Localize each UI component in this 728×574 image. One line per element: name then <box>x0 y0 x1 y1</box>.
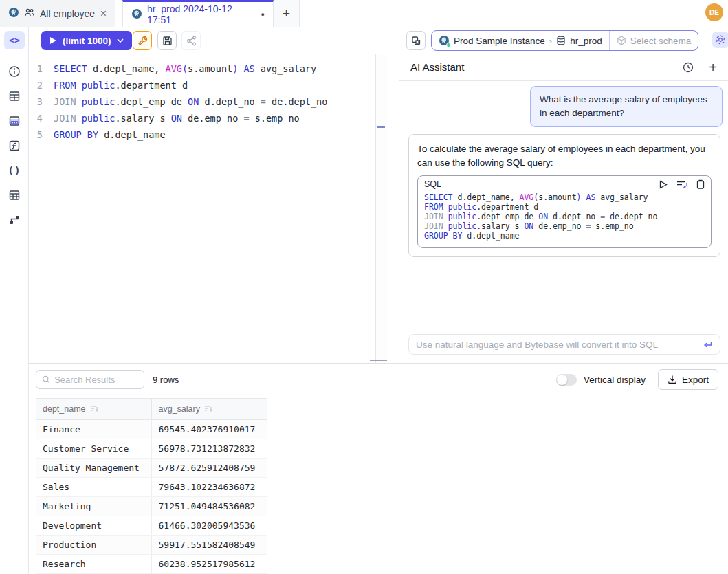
ai-sql-block: SQL SELECT d.dept_name, AVG(s.amount) <box>417 175 712 248</box>
info-icon[interactable] <box>0 59 29 84</box>
schema-selector[interactable]: Select schema <box>609 31 698 50</box>
batch-icon <box>411 36 421 46</box>
table-cell: 61466.302005943536 <box>151 516 267 535</box>
ai-panel-header: AI Assistant + <box>399 54 728 81</box>
table-cell: Finance <box>36 419 151 439</box>
code-line: FROM public.department d <box>424 202 705 212</box>
batch-query-button[interactable] <box>406 31 426 50</box>
search-icon <box>42 375 50 384</box>
sql-block-label: SQL <box>424 179 441 189</box>
table-row[interactable]: Finance69545.402376910017 <box>36 419 267 439</box>
table-cell: Development <box>36 516 151 535</box>
column-header-dept_name[interactable]: dept_name <box>36 399 151 419</box>
editor-toolbar: (limit 1000) Prod Sample Instance › <box>29 27 728 54</box>
ai-response: To calculate the average salary of emplo… <box>408 134 720 257</box>
code-line: 4JOIN public.salary s ON de.emp_no = s.e… <box>29 110 327 126</box>
breadcrumb-separator: › <box>549 36 552 46</box>
sql-editor-app: All employee × hr_prod 2024-10-12 17:51 … <box>0 0 728 574</box>
vertical-display-toggle[interactable] <box>556 374 577 386</box>
table-row[interactable]: Development61466.302005943536 <box>36 516 267 535</box>
connected-status-dot <box>446 43 451 47</box>
tab-hr-prod[interactable]: hr_prod 2024-10-12 17:51 ● <box>122 0 274 27</box>
code-line: JOIN public.dept_emp de ON d.dept_no = d… <box>424 212 705 221</box>
code-line: 5GROUP BY d.dept_name <box>29 126 327 143</box>
table-cell: 79643.102234636872 <box>151 477 267 496</box>
copy-icon[interactable] <box>696 179 705 189</box>
share-icon <box>186 36 197 46</box>
ai-assistant-button[interactable] <box>712 32 728 48</box>
user-message: What is the average salary of employees … <box>530 86 723 127</box>
horizontal-resize-handle[interactable] <box>370 357 387 361</box>
table-cell: Production <box>36 535 151 554</box>
table-cell: Customer Service <box>36 439 151 458</box>
wrench-icon <box>137 36 148 46</box>
share-button[interactable] <box>181 31 201 50</box>
play-icon <box>49 36 57 45</box>
nl2sql-input[interactable] <box>416 340 703 350</box>
code-line: 1SELECT d.dept_name, AVG(s.amount) AS av… <box>29 60 327 77</box>
table-row[interactable]: Production59917.551582408549 <box>36 535 267 554</box>
editor-scrollbar[interactable] <box>375 54 387 363</box>
save-icon <box>162 36 173 46</box>
run-query-button[interactable]: (limit 1000) <box>41 31 132 50</box>
table-row[interactable]: Quality Management57872.625912408759 <box>36 458 267 477</box>
table-icon[interactable] <box>0 84 29 109</box>
ai-sql-code: SELECT d.dept_name, AVG(s.amount) AS avg… <box>418 190 711 247</box>
database-name: hr_prod <box>570 36 602 46</box>
tab-label: All employee <box>40 8 95 19</box>
tab-bar: All employee × hr_prod 2024-10-12 17:51 … <box>0 0 728 27</box>
table-row[interactable]: Marketing71251.049484536082 <box>36 496 267 516</box>
results-table: dept_nameavg_salary Finance69545.4023769… <box>36 398 267 574</box>
table-cell: Quality Management <box>36 458 151 477</box>
code-line: GROUP BY d.dept_name <box>424 231 705 241</box>
unsaved-dot-icon: ● <box>261 11 265 18</box>
external-table-icon[interactable] <box>0 183 29 208</box>
table-cell: Marketing <box>36 496 151 516</box>
code-line: JOIN public.salary s ON de.emp_no = s.em… <box>424 221 705 231</box>
close-icon[interactable]: × <box>100 8 107 19</box>
history-clock-icon[interactable] <box>683 62 694 73</box>
row-count: 9 rows <box>153 375 179 385</box>
insert-into-editor-button[interactable] <box>676 180 687 189</box>
table-cell: 60238.952517985612 <box>151 554 267 573</box>
chevron-down-icon <box>117 38 124 43</box>
function-icon[interactable] <box>0 133 29 158</box>
export-button[interactable]: Export <box>658 369 718 390</box>
results-toolbar: 9 rows Vertical display Export <box>29 364 728 395</box>
sql-editor[interactable]: 1SELECT d.dept_name, AVG(s.amount) AS av… <box>29 54 387 363</box>
submit-enter-icon[interactable] <box>703 340 713 349</box>
database-icon <box>556 36 566 45</box>
postgres-icon <box>131 8 142 21</box>
table-cell: 59917.551582408549 <box>151 535 267 554</box>
schema-placeholder: Select schema <box>630 36 692 46</box>
table-cell: 71251.049484536082 <box>151 496 267 516</box>
left-sidebar: <> () <box>0 27 29 574</box>
column-header-avg_salary[interactable]: avg_salary <box>151 399 267 419</box>
code-line: 3JOIN public.dept_emp de ON d.dept_no = … <box>29 93 327 110</box>
save-sheet-button[interactable] <box>157 31 177 50</box>
schema-diagram-icon[interactable] <box>0 208 29 232</box>
colored-table-icon[interactable] <box>0 109 29 133</box>
table-row[interactable]: Customer Service56978.731213872832 <box>36 439 267 458</box>
search-results-input[interactable] <box>54 375 138 385</box>
ai-panel-title: AI Assistant <box>410 61 464 73</box>
cube-icon <box>617 36 626 45</box>
format-wrench-button[interactable] <box>133 31 152 50</box>
new-tab-button[interactable]: + <box>274 0 300 27</box>
sort-icon <box>90 405 99 412</box>
new-chat-button[interactable]: + <box>709 60 717 74</box>
avatar[interactable]: DE <box>705 3 723 21</box>
procedure-parens-icon[interactable]: () <box>0 158 29 183</box>
postgres-icon <box>439 35 450 46</box>
database-selector[interactable]: Prod Sample Instance › hr_prod <box>432 31 609 50</box>
ai-response-text: To calculate the average salary of emplo… <box>417 142 712 170</box>
table-row[interactable]: Research60238.952517985612 <box>36 554 267 573</box>
run-snippet-button[interactable] <box>659 180 668 189</box>
sql-code[interactable]: 1SELECT d.dept_name, AVG(s.amount) AS av… <box>29 60 327 143</box>
code-panel-toggle-button[interactable]: <> <box>4 31 25 49</box>
tab-all-employee[interactable]: All employee × <box>0 0 115 27</box>
table-row[interactable]: Sales79643.102234636872 <box>36 477 267 496</box>
table-cell: 56978.731213872832 <box>151 439 267 458</box>
code-line: SELECT d.dept_name, AVG(s.amount) AS avg… <box>424 192 705 202</box>
search-results-box[interactable] <box>36 370 144 389</box>
